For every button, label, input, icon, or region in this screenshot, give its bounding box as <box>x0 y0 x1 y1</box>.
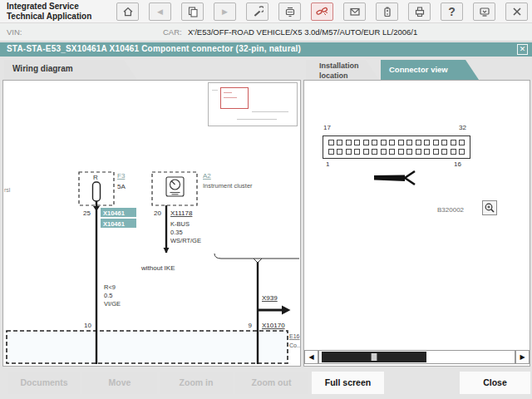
pin-square <box>416 140 421 145</box>
pin-9-label: 9 <box>249 322 253 329</box>
pin-square <box>354 149 360 155</box>
tab-installation-location[interactable]: Installation location <box>306 60 379 80</box>
minimap-viewport[interactable] <box>220 87 249 109</box>
scrollbar-track[interactable] <box>318 350 515 364</box>
connection-status-button[interactable] <box>311 2 333 21</box>
toolbar-icon-row: ◀ ▶ <box>116 2 528 21</box>
x939-arrow-head <box>282 306 291 315</box>
left-wire-color: VI/GE <box>104 300 121 308</box>
pin-square <box>424 140 430 145</box>
fuse-ref-link[interactable]: F3 <box>117 172 126 180</box>
diagram-minimap[interactable] <box>208 82 298 126</box>
tab-installation-label-line2: location <box>313 71 379 81</box>
left-wire-size: 0.5 <box>104 292 112 299</box>
vehicle-bar: VIN: CAR: X'/E53/OFF-ROAD VEHICLE/X5 3.0… <box>0 23 532 42</box>
pin-square <box>459 149 465 155</box>
cluster-pin-number: 20 <box>154 209 161 217</box>
fuse-symbol <box>93 182 101 201</box>
pin-square <box>398 149 404 155</box>
pin-square <box>363 149 369 155</box>
magnifier-icon <box>484 202 495 214</box>
pin-square <box>398 140 404 145</box>
scroll-right-button[interactable]: ▶ <box>515 350 530 364</box>
pin-square <box>328 149 334 155</box>
branch-note: without IKE <box>140 264 175 272</box>
cluster-connector-link[interactable]: X11178 <box>170 209 193 217</box>
pin-square <box>363 140 369 145</box>
pin-square <box>381 149 387 155</box>
kbus-wire-arrow <box>164 248 170 254</box>
diagnostic-plug-button[interactable] <box>278 2 301 21</box>
document-close-button[interactable]: ✕ <box>517 44 528 55</box>
pin-grid <box>328 140 466 155</box>
printer-icon <box>414 6 426 17</box>
pin-square <box>416 149 421 155</box>
connector-highlight-1-label: X10461 <box>103 209 125 217</box>
pin-square <box>406 140 412 145</box>
cluster-ref-link[interactable]: A2 <box>203 172 211 180</box>
fuse-pin-number: 25 <box>83 209 91 217</box>
pin-label-bottom-right: 16 <box>454 160 461 168</box>
scroll-left-button[interactable]: ◀ <box>304 350 318 364</box>
pin-square <box>381 140 387 145</box>
branch-brace <box>214 254 299 259</box>
service-functions-button[interactable] <box>246 2 268 21</box>
tab-wiring-diagram[interactable]: Wiring diagram <box>4 60 137 80</box>
pin-square <box>459 140 465 145</box>
bottom-component-name: Co.. <box>289 342 300 348</box>
close-button[interactable]: Close <box>460 372 530 394</box>
print-button[interactable] <box>408 2 431 21</box>
diagnostic-plug-icon <box>284 6 296 17</box>
exit-button[interactable] <box>505 2 528 21</box>
copy-document-icon <box>187 6 199 17</box>
document-title: STA-STA-E53_SX10461A X10461 Component co… <box>7 44 301 53</box>
pin-10-label: 10 <box>84 322 91 329</box>
battery-button[interactable] <box>376 2 398 21</box>
display-button[interactable] <box>473 2 495 21</box>
home-button[interactable] <box>116 2 139 21</box>
pin-square <box>441 149 447 155</box>
pin-square <box>346 149 352 155</box>
move-button[interactable]: Move <box>82 372 157 394</box>
bottom-component-ref[interactable]: E16 <box>289 333 300 339</box>
pin-square <box>441 140 447 145</box>
close-icon <box>511 6 523 17</box>
monitor-icon <box>479 6 490 17</box>
x10170-link[interactable]: X10170 <box>262 322 285 329</box>
pin-square <box>389 140 395 145</box>
minimap-line <box>212 90 218 91</box>
zoom-out-button[interactable]: Zoom out <box>235 372 308 394</box>
wire-label-size: 0.35 <box>170 229 183 236</box>
copy-document-button[interactable] <box>181 2 204 21</box>
cluster-name: Instrument cluster <box>203 182 253 190</box>
messages-button[interactable] <box>343 2 366 21</box>
fuse-wire-arrow <box>93 206 100 211</box>
scrollbar-thumb[interactable] <box>322 352 426 362</box>
pin-square <box>328 140 334 145</box>
help-button[interactable]: ? <box>441 2 463 21</box>
connection-link-icon <box>316 6 328 17</box>
pin-square <box>372 149 377 155</box>
forward-icon: ▶ <box>222 8 228 16</box>
car-label: CAR: <box>163 27 182 37</box>
pin-label-bottom-left: 1 <box>326 160 329 168</box>
pin-square <box>433 140 439 145</box>
back-button[interactable]: ◀ <box>149 2 171 21</box>
pin-square <box>406 149 412 155</box>
magnify-button[interactable] <box>482 200 497 215</box>
bottom-component-box <box>7 331 288 363</box>
tab-connector-view[interactable]: Connector view <box>381 60 479 80</box>
documents-button[interactable]: Documents <box>8 372 80 394</box>
fuse-symbol-label: R <box>93 174 98 181</box>
pin-square <box>337 149 342 155</box>
pin-square <box>389 149 395 155</box>
zoom-in-button[interactable]: Zoom in <box>160 372 233 394</box>
forward-button[interactable]: ▶ <box>214 2 236 21</box>
app-title-line2: Technical Application <box>7 12 91 22</box>
horizontal-scrollbar: ◀ ▶ <box>304 350 530 364</box>
wrench-icon <box>252 6 264 17</box>
x939-link[interactable]: X939 <box>262 294 278 302</box>
tab-installation-label-line1: Installation <box>313 61 379 71</box>
tab-wiring-diagram-label: Wiring diagram <box>4 60 137 73</box>
full-screen-button[interactable]: Full screen <box>312 372 384 394</box>
